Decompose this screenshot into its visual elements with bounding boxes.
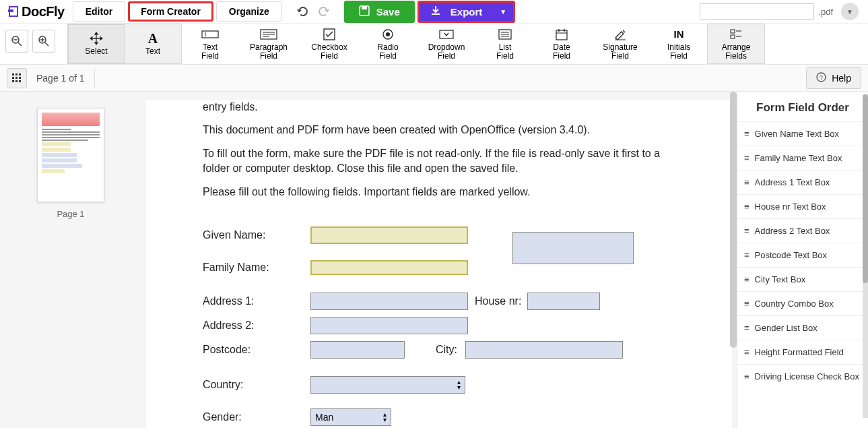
svg-rect-34 xyxy=(12,73,14,75)
tool-label: Paragraph Field xyxy=(250,43,288,61)
svg-rect-1 xyxy=(8,9,13,12)
document-viewer[interactable]: entry fields. This document and PDF form… xyxy=(141,92,737,428)
field-name: Country Combo Box xyxy=(755,299,834,309)
field-label: Address 1: xyxy=(203,295,310,307)
tool-signature-field[interactable]: Signature Field xyxy=(590,24,650,64)
field-label: Country: xyxy=(203,379,310,391)
redo-button[interactable] xyxy=(314,2,333,21)
doc-text: Please fill out the following fields. Im… xyxy=(203,185,678,200)
field-order-item[interactable]: ≡Postcode Text Box xyxy=(737,243,868,267)
download-icon xyxy=(430,5,441,18)
form-field-box[interactable] xyxy=(512,232,634,264)
list-icon xyxy=(498,27,512,42)
svg-rect-37 xyxy=(12,77,14,79)
page-thumbnail[interactable] xyxy=(37,108,104,202)
svg-rect-20 xyxy=(440,30,453,38)
export-button[interactable]: Export ▼ xyxy=(418,1,515,23)
tool-date-field[interactable]: Date Field xyxy=(533,24,590,64)
divider xyxy=(94,69,95,88)
country-combo[interactable]: ▴▾ xyxy=(310,376,465,394)
svg-rect-41 xyxy=(15,80,18,82)
given-name-field[interactable] xyxy=(310,226,468,244)
tool-label: Text Field xyxy=(201,43,219,61)
save-button[interactable]: Save xyxy=(344,1,415,23)
thumbnail-grid-button[interactable] xyxy=(7,68,27,88)
field-label: Address 2: xyxy=(203,319,310,332)
more-menu-button[interactable]: ▼ xyxy=(841,3,859,20)
window-scrollbar[interactable] xyxy=(863,94,868,418)
field-name: Gender List Box xyxy=(755,323,817,333)
doc-text: To fill out the form, make sure the PDF … xyxy=(203,146,678,177)
field-name: Family Name Text Box xyxy=(755,153,842,163)
field-order-item[interactable]: ≡House nr Text Box xyxy=(737,194,868,218)
svg-rect-42 xyxy=(19,80,21,82)
grid-icon xyxy=(12,73,22,83)
radio-icon xyxy=(382,27,394,42)
tab-form-creator[interactable]: Form Creator xyxy=(128,1,213,22)
field-name: Driving License Check Box xyxy=(755,371,859,381)
undo-button[interactable] xyxy=(293,2,312,21)
signature-icon xyxy=(613,27,627,42)
scrollbar[interactable] xyxy=(730,92,737,348)
drag-icon: ≡ xyxy=(744,299,749,309)
tool-arrange-fields[interactable]: Arrange Fields xyxy=(708,24,764,63)
drag-icon: ≡ xyxy=(744,129,749,139)
tool-radio-field[interactable]: Radio Field xyxy=(360,24,416,64)
tool-initials-field[interactable]: IN Initials Field xyxy=(650,24,707,64)
tool-label: Arrange Fields xyxy=(722,43,751,61)
paragraph-field-icon xyxy=(260,27,277,42)
tool-label: Dropdown Field xyxy=(428,43,465,61)
family-name-field[interactable] xyxy=(310,260,468,275)
caret-updown-icon: ▴▾ xyxy=(457,379,461,390)
drag-icon: ≡ xyxy=(744,371,749,381)
field-label: Family Name: xyxy=(203,262,310,274)
field-order-item[interactable]: ≡Address 1 Text Box xyxy=(737,170,868,194)
tool-list-field[interactable]: List Field xyxy=(477,24,533,64)
field-order-item[interactable]: ≡Height Formatted Field xyxy=(737,340,868,364)
drag-icon: ≡ xyxy=(744,347,749,357)
drag-icon: ≡ xyxy=(744,202,749,212)
field-order-item[interactable]: ≡Address 2 Text Box xyxy=(737,218,868,243)
tool-checkbox-field[interactable]: Checkbox Field xyxy=(299,24,360,64)
panel-title: Form Field Order xyxy=(737,92,868,121)
svg-rect-25 xyxy=(556,30,567,40)
caret-down-icon: ▼ xyxy=(846,8,853,16)
address2-field[interactable] xyxy=(310,317,468,334)
tool-label: Date Field xyxy=(553,43,570,61)
city-field[interactable] xyxy=(465,341,623,359)
tool-dropdown-field[interactable]: Dropdown Field xyxy=(416,24,477,64)
house-nr-field[interactable] xyxy=(527,293,600,310)
field-label: House nr: xyxy=(475,295,527,307)
svg-rect-11 xyxy=(202,31,218,38)
gender-list[interactable]: Man ▴▾ xyxy=(310,408,391,426)
export-label: Export xyxy=(450,6,483,18)
field-name: Height Formatted Field xyxy=(755,347,844,357)
gender-value: Man xyxy=(315,412,333,423)
field-order-item[interactable]: ≡Country Combo Box xyxy=(737,291,868,315)
zoom-out-button[interactable] xyxy=(5,30,28,53)
initials-icon: IN xyxy=(674,27,684,42)
field-order-item[interactable]: ≡Given Name Text Box xyxy=(737,121,868,146)
field-order-item[interactable]: ≡Family Name Text Box xyxy=(737,146,868,170)
tab-organize[interactable]: Organize xyxy=(216,1,282,22)
svg-rect-38 xyxy=(15,77,18,79)
tool-label: Signature Field xyxy=(603,43,637,61)
tool-text[interactable]: A Text xyxy=(125,24,181,63)
help-button[interactable]: ? Help xyxy=(806,67,861,89)
tab-editor[interactable]: Editor xyxy=(73,1,125,22)
zoom-in-button[interactable] xyxy=(32,30,55,53)
svg-rect-36 xyxy=(19,73,21,75)
postcode-field[interactable] xyxy=(310,341,405,359)
filename-input[interactable] xyxy=(700,3,814,20)
field-order-item[interactable]: ≡Driving License Check Box xyxy=(737,364,868,388)
tool-select[interactable]: Select xyxy=(68,24,125,63)
field-name: Postcode Text Box xyxy=(755,250,827,260)
field-order-item[interactable]: ≡City Text Box xyxy=(737,267,868,291)
tool-text-field[interactable]: Text Field xyxy=(182,24,238,64)
tool-label: Text xyxy=(145,47,160,56)
address1-field[interactable] xyxy=(310,293,468,310)
page-indicator: Page 1 of 1 xyxy=(36,73,85,84)
svg-rect-39 xyxy=(19,77,21,79)
field-order-item[interactable]: ≡Gender List Box xyxy=(737,315,868,340)
tool-paragraph-field[interactable]: Paragraph Field xyxy=(238,24,299,64)
